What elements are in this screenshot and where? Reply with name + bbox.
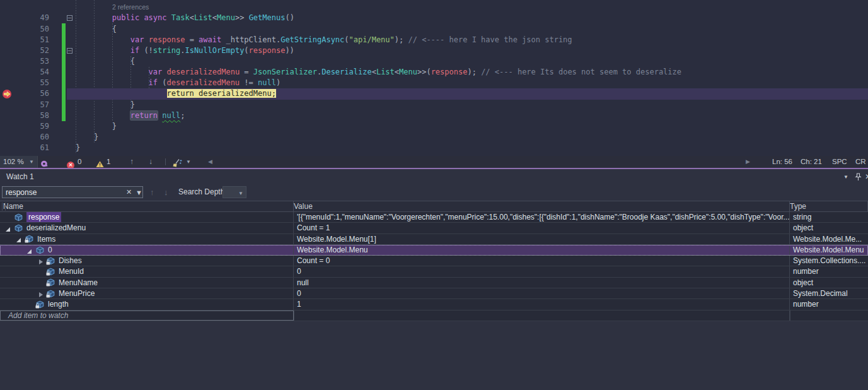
private-field-icon [46,267,55,276]
codelens-references[interactable]: 2 references [112,2,149,12]
add-item-label[interactable]: Add item to watch [0,310,294,321]
watch-name-cell[interactable]: deserializedMenu [0,223,294,233]
watch-row[interactable]: deserializedMenuCount = 1object [0,223,868,233]
watch-type-cell: System.Collections.... [790,256,868,266]
watch-search-input[interactable] [2,186,143,198]
watch-value-cell[interactable]: Website.Model.Menu[1] [294,234,790,244]
clear-search-icon[interactable]: ✕ [126,186,132,198]
code-line[interactable]: } [76,121,868,132]
add-watch-row[interactable]: Add item to watch [0,310,868,322]
watch-name-cell[interactable]: response [0,212,294,222]
next-issue-arrow-icon[interactable]: ↓ [149,156,153,168]
search-next-arrow-icon[interactable]: ↓ [164,186,168,198]
column-header-name[interactable]: Name [0,201,294,211]
watch-name-label: MenuId [59,266,84,276]
watch-name-cell[interactable]: MenuName [0,278,294,288]
code-line[interactable]: return deserializedMenu; [76,88,868,99]
watch-value-cell[interactable]: null [294,278,790,288]
watch-name-cell[interactable]: Items [0,234,294,244]
column-header-value[interactable]: Value [294,201,790,211]
status-spaces-mode: SPC [832,156,847,168]
watch-value-cell[interactable]: 0 [294,288,790,298]
watch-row[interactable]: MenuId0number [0,266,868,277]
watch-name-cell[interactable]: length [0,299,294,309]
code-line[interactable] [76,0,868,3]
code-line[interactable]: var deserializedMenu = JsonSerializer.De… [76,67,868,78]
status-line-number: Ln: 56 [772,156,792,168]
search-depth-label: Search Depth: [178,185,227,201]
watch-value-cell[interactable]: '[{"menuId":1,"menuName":"Voorgerechten"… [294,212,790,222]
pin-icon[interactable] [855,173,862,182]
watch-name-label: length [48,299,69,309]
warning-count: 1 [107,156,110,168]
prev-issue-arrow-icon[interactable]: ↑ [130,156,134,168]
watch-value-cell[interactable]: 1 [294,299,790,309]
private-field-icon [35,300,45,309]
code-line[interactable]: if (deserializedMenu != null) [76,78,868,88]
watch-type-cell: number [790,299,868,309]
code-line[interactable]: return null; [76,110,868,121]
window-menu-chevron-icon[interactable]: ▼ [843,169,848,185]
line-number: 60 [24,132,49,143]
line-number: 50 [24,24,49,35]
expander-icon[interactable] [16,235,25,242]
watch-title-bar[interactable]: Watch 1 ▼ ✕ [0,169,868,185]
close-icon[interactable]: ✕ [865,169,868,185]
fold-collapse-icon[interactable]: – [67,48,72,54]
code-line[interactable]: } [76,132,868,143]
expander-icon[interactable] [37,257,46,264]
watch-name-cell[interactable]: 0 [0,245,294,255]
watch-row[interactable]: response'[{"menuId":1,"menuName":"Voorge… [0,212,868,223]
watch-value-cell[interactable]: Website.Model.Menu [294,245,790,255]
code-editor[interactable]: 2 references 4849– public async Task<Lis… [0,0,868,156]
fold-collapse-icon[interactable]: – [67,15,72,21]
field-icon [14,213,23,222]
column-header-type[interactable]: Type [790,201,868,211]
search-depth-select[interactable]: ▼ [223,186,246,198]
watch-value-cell[interactable]: Count = 1 [294,223,790,233]
watch-row[interactable]: length1number [0,299,868,310]
watch-table-body: response'[{"menuId":1,"menuName":"Voorge… [0,212,868,310]
watch-name-cell[interactable]: MenuId [0,266,294,276]
code-line[interactable]: var response = await _httpClient.GetStri… [76,35,868,45]
zoom-select[interactable]: 102 % ▼ [0,156,38,168]
watch-name-cell[interactable]: Dishes [0,256,294,266]
hscroll-right-arrow-icon[interactable]: ▶ [746,156,750,168]
expander-icon[interactable] [26,247,35,254]
line-number: 48 [24,0,49,3]
watch-type-cell: string [790,212,868,222]
watch-value-cell[interactable]: 0 [294,266,790,276]
chevron-down-icon[interactable]: ▼ [186,156,191,168]
line-number: 59 [24,121,49,132]
watch-row[interactable]: DishesCount = 0System.Collections.... [0,256,868,266]
line-number: 52 [24,45,49,56]
code-line[interactable]: { [76,24,868,35]
expander-icon[interactable] [5,225,14,232]
hscroll-left-arrow-icon[interactable]: ◀ [208,156,212,168]
expander-icon[interactable] [37,290,46,297]
code-line[interactable]: } [76,143,868,153]
private-field-icon [46,278,55,287]
watch-name-label: response [26,212,61,222]
watch-name-label: MenuName [59,278,98,288]
divider [165,158,166,165]
watch-type-cell: System.Decimal [790,288,868,298]
watch-row[interactable]: 0Website.Model.MenuWebsite.Model.Menu [0,245,868,256]
search-history-chevron-icon[interactable]: ▼ [136,186,142,198]
breakpoint-current-statement-icon[interactable] [2,89,12,99]
code-line[interactable]: { [76,56,868,67]
watch-row[interactable]: MenuPrice0System.Decimal [0,288,868,299]
watch-value-cell[interactable]: Count = 0 [294,256,790,266]
code-line[interactable]: public async Task<List<Menu>> GetMenus() [76,13,868,23]
code-line[interactable]: if (!string.IsNullOrEmpty(response)) [76,45,868,56]
chevron-down-icon: ▼ [238,191,243,196]
search-prev-arrow-icon[interactable]: ↑ [150,186,154,198]
watch-type-cell: object [790,278,868,288]
watch-row[interactable]: ItemsWebsite.Model.Menu[1]Website.Model.… [0,234,868,245]
watch-name-cell[interactable]: MenuPrice [0,288,294,298]
code-line[interactable]: } [76,100,868,110]
watch-title-label: Watch 1 [6,172,34,181]
changed-lines-bar [62,23,66,121]
watch-name-label: deserializedMenu [26,223,86,233]
watch-row[interactable]: MenuNamenullobject [0,278,868,288]
